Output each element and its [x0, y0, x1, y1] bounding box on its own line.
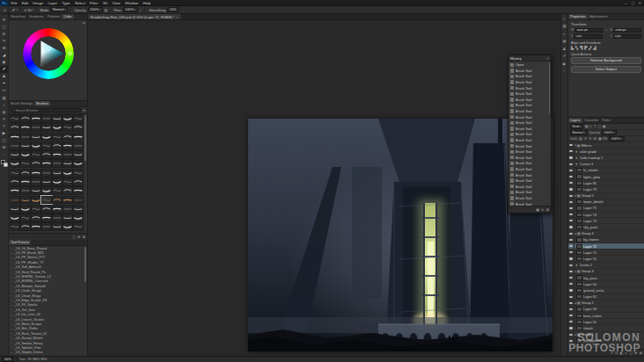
- history-state[interactable]: Brush Tool: [509, 90, 551, 97]
- lock-all-icon[interactable]: ▣: [598, 137, 602, 141]
- brush-tile[interactable]: [20, 222, 31, 231]
- brush-tile[interactable]: [10, 159, 20, 168]
- saturation-brightness-triangle[interactable]: [23, 28, 74, 79]
- brush-tile[interactable]: [52, 133, 62, 141]
- brushes-scrollbar[interactable]: [84, 115, 86, 161]
- brush-tile[interactable]: [20, 205, 31, 214]
- history-state[interactable]: Brush Tool: [509, 103, 551, 109]
- layer-blend-mode-select[interactable]: Normal ▾: [570, 130, 588, 135]
- align-center-h-icon[interactable]: ▚: [575, 47, 578, 50]
- brush-tile[interactable]: [20, 159, 31, 168]
- layer-row[interactable]: sketch: [568, 325, 644, 331]
- info-panel-icon[interactable]: i: [562, 69, 567, 74]
- layer-opacity-field[interactable]: 100% ▾: [602, 130, 617, 135]
- tool-eraser[interactable]: ▭: [0, 87, 8, 94]
- tool-path-selection[interactable]: ▶: [0, 130, 8, 137]
- brush-tile[interactable]: [73, 133, 84, 141]
- panel-menu-icon[interactable]: ≡: [547, 56, 549, 61]
- visibility-toggle[interactable]: [568, 193, 574, 199]
- brush-tile[interactable]: [62, 133, 73, 141]
- brush-tile[interactable]: [41, 159, 52, 168]
- history-state[interactable]: Brush Tool: [509, 74, 551, 80]
- brush-tile[interactable]: [31, 169, 41, 177]
- layer-row[interactable]: Layer 64: [568, 281, 644, 287]
- menu-3d[interactable]: 3D: [100, 0, 110, 6]
- brush-tile[interactable]: [20, 214, 31, 222]
- history-state[interactable]: Brush Tool: [509, 195, 551, 201]
- visibility-toggle[interactable]: [568, 237, 574, 243]
- visibility-toggle[interactable]: [568, 155, 574, 160]
- history-state[interactable]: Brush Tool: [509, 143, 551, 149]
- brush-tile[interactable]: [73, 141, 84, 150]
- brush-tile[interactable]: [10, 205, 20, 214]
- brush-tile[interactable]: [31, 205, 41, 214]
- visibility-toggle[interactable]: [568, 332, 574, 337]
- tab-swatches[interactable]: Swatches: [9, 14, 27, 19]
- tool-hand[interactable]: Ψ: [0, 144, 8, 151]
- link-layers-icon[interactable]: ∞: [611, 351, 613, 355]
- filter-adjustment-icon[interactable]: ◐: [590, 125, 592, 128]
- layer-row[interactable]: Layer 79: [568, 186, 644, 192]
- layer-row[interactable]: Layer 71: [568, 250, 644, 256]
- brush-tile[interactable]: [41, 150, 52, 159]
- airbrush-icon[interactable]: ☄: [139, 8, 143, 12]
- new-document-from-state-icon[interactable]: ▣: [536, 208, 539, 212]
- brush-tile[interactable]: [73, 214, 84, 222]
- brush-tile[interactable]: [31, 222, 41, 231]
- tool-brush[interactable]: ✐: [0, 66, 8, 73]
- visibility-toggle[interactable]: [568, 224, 574, 229]
- brush-tile[interactable]: [52, 196, 62, 205]
- smoothing-field[interactable]: 10%: [167, 7, 179, 12]
- tab-properties[interactable]: Properties: [568, 14, 588, 19]
- brush-tile[interactable]: [52, 141, 62, 150]
- status-options-icon[interactable]: ›: [49, 358, 50, 361]
- tab-gradients[interactable]: Gradients: [27, 14, 46, 19]
- flow-field[interactable]: 100% ▾: [123, 7, 138, 12]
- history-state[interactable]: Brush Tool: [509, 126, 551, 132]
- libraries-panel-icon[interactable]: ▤: [562, 39, 567, 44]
- brush-tile[interactable]: [62, 169, 73, 177]
- tool-blur[interactable]: ○: [0, 101, 8, 108]
- layer-row[interactable]: ▸▤Group 2: [568, 300, 644, 307]
- brush-tile[interactable]: [73, 205, 84, 214]
- tab-tool-presets[interactable]: Tool Presets: [9, 240, 31, 245]
- layer-row[interactable]: ▸▤Group 3: [568, 269, 644, 275]
- history-state[interactable]: Brush Tool: [509, 184, 551, 190]
- remove-background-button[interactable]: Remove Background: [571, 57, 641, 64]
- home-icon[interactable]: ⌂: [4, 8, 6, 12]
- tool-dodge[interactable]: ◍: [0, 108, 8, 115]
- history-state[interactable]: Brush Tool: [509, 190, 551, 196]
- history-state[interactable]: Brush Tool: [509, 132, 551, 138]
- brush-tile[interactable]: [62, 150, 73, 159]
- brush-tile[interactable]: [62, 114, 73, 123]
- history-state[interactable]: Open: [509, 62, 551, 69]
- visibility-toggle[interactable]: [568, 319, 574, 324]
- history-state[interactable]: Brush Tool: [509, 148, 551, 155]
- lock-artboard-icon[interactable]: ⊞: [594, 137, 596, 141]
- brush-tile[interactable]: [52, 169, 62, 177]
- timeline-panel-icon[interactable]: ▶: [562, 61, 567, 66]
- delete-brush-icon[interactable]: ⊠: [83, 235, 85, 239]
- visibility-toggle[interactable]: [568, 218, 574, 223]
- layer-mask-icon[interactable]: ◧: [620, 351, 624, 355]
- link-dimensions-icon[interactable]: ∞: [604, 28, 610, 32]
- tool-move[interactable]: ✛: [0, 16, 8, 23]
- brush-tool-preset-icon[interactable]: ✐: [12, 8, 16, 12]
- x-field[interactable]: X 0 px: [571, 34, 603, 40]
- layer-row[interactable]: ◐color grade: [568, 148, 644, 155]
- layer-row[interactable]: lights_glow: [568, 174, 644, 180]
- visibility-toggle[interactable]: [568, 243, 574, 249]
- layer-row[interactable]: Layer 61: [568, 294, 644, 300]
- history-state[interactable]: Brush Tool: [509, 155, 551, 161]
- brush-tile[interactable]: [41, 214, 52, 222]
- pressure-opacity-icon[interactable]: ◎: [104, 8, 107, 12]
- filter-pixel-icon[interactable]: ▦: [585, 125, 589, 128]
- y-value[interactable]: 0 px: [613, 34, 641, 40]
- menu-view[interactable]: View: [110, 0, 122, 6]
- maximize-button[interactable]: ▢: [631, 0, 634, 6]
- brush-tile[interactable]: [20, 114, 31, 123]
- brush-tile[interactable]: [10, 222, 20, 231]
- brush-tile[interactable]: [73, 150, 84, 159]
- brush-tile[interactable]: [31, 214, 41, 222]
- background-color-swatch[interactable]: [4, 163, 8, 167]
